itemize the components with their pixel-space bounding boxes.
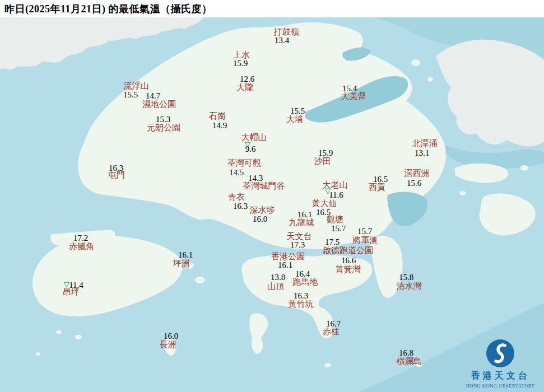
station-temp: 15.5: [123, 91, 138, 99]
hko-logo-name-en: HONG KONG OBSERVATORY: [466, 383, 535, 389]
hko-logo-name-zh: 香港天文台: [471, 370, 530, 382]
station-temp: 13.8: [271, 273, 285, 282]
station-name: 香港公園: [271, 253, 305, 261]
station-name: 上水: [233, 51, 250, 59]
station-name: 北潭涌: [412, 139, 438, 148]
station-temp: 11.4: [69, 281, 83, 290]
station-temp: 15.9: [318, 149, 333, 157]
title-bar: 昨日(2025年11月21日) 的最低氣溫（攝氏度）: [0, 0, 544, 17]
station-temp: 16.3: [109, 164, 123, 172]
station-temp: 14.3: [248, 174, 263, 183]
stations-layer: 打鼓嶺13.4上水15.9大隴12.6流浮山15.5濕地公園14.7大美督15.…: [0, 0, 544, 392]
station-name: 山頂: [267, 282, 284, 291]
hko-logo: 香港天文台 HONG KONG OBSERVATORY: [466, 339, 535, 389]
station-temp: 11.6: [329, 191, 343, 199]
station-temp: 15.6: [407, 179, 421, 188]
station-name: 清水灣: [397, 282, 422, 291]
station-temp: 16.4: [295, 270, 310, 278]
station-name: 荃灣可觀: [227, 159, 261, 167]
station-name: 流浮山: [124, 82, 149, 90]
station-temp: 17.5: [325, 238, 340, 246]
station-name: 坪洲: [173, 259, 190, 268]
station-name: 天文台: [287, 232, 312, 241]
station-temp: 16.8: [399, 349, 413, 357]
min-temperature-map-page: 打鼓嶺13.4上水15.9大隴12.6流浮山15.5濕地公園14.7大美督15.…: [0, 0, 544, 392]
station-name: 濕地公園: [142, 100, 176, 109]
station-name: 橫瀾島: [397, 357, 422, 366]
station-name: 石崗: [209, 112, 226, 120]
station-name: 赤柱: [323, 328, 340, 336]
station-temp: 14.9: [212, 122, 227, 130]
station-name: 長洲: [160, 340, 176, 349]
station-temp: 12.6: [240, 75, 254, 83]
station-name: 荃灣城門谷: [243, 182, 285, 190]
station-name: 打鼓嶺: [274, 28, 299, 36]
station-name: 黃竹坑: [289, 300, 314, 309]
station-temp: 16.0: [253, 215, 267, 223]
station-name: 大帽山: [241, 133, 267, 142]
station-name: 將軍澳: [353, 236, 378, 245]
station-temp: 15.7: [331, 225, 346, 233]
station-name: 九龍城: [289, 218, 314, 227]
station-name: 大老山: [323, 181, 348, 189]
station-name: 西貢: [369, 183, 385, 192]
station-name: 觀塘: [327, 216, 343, 224]
station-name: 啟德跑道公園: [323, 246, 373, 255]
station-temp: 16.0: [164, 332, 178, 340]
station-temp: 16.1: [178, 251, 193, 259]
station-name: 跑馬地: [293, 278, 318, 286]
station-temp: 15.4: [342, 85, 357, 93]
station-temp: 17.2: [73, 234, 88, 242]
station-temp: 9.6: [245, 145, 256, 153]
station-temp: 17.3: [290, 241, 305, 249]
station-temp: 13.1: [415, 149, 429, 157]
station-temp: 16.3: [294, 292, 308, 300]
station-temp: 13.4: [275, 36, 289, 45]
station-temp: 15.5: [290, 107, 305, 115]
station-name: 屯門: [108, 171, 125, 180]
station-temp: 14.5: [229, 169, 244, 177]
station-name: 青衣: [228, 193, 245, 202]
station-temp: 15.3: [156, 115, 170, 124]
station-name: 元朗公園: [147, 124, 180, 132]
station-name: 黃大仙: [312, 199, 337, 208]
station-temp: 16.7: [326, 320, 341, 328]
station-temp: 15.7: [357, 227, 372, 236]
station-temp: 16.3: [233, 202, 248, 211]
station-name: 赤鱲角: [69, 242, 95, 251]
station-name: 大隴: [236, 83, 253, 92]
station-temp: 16.5: [373, 175, 388, 184]
station-temp: 15.8: [399, 273, 413, 282]
station-name: 大美督: [341, 92, 366, 101]
station-temp: 15.9: [233, 59, 248, 68]
station-name: 大埔: [286, 115, 303, 124]
station-name: 沙田: [314, 157, 331, 166]
hko-logo-icon: [486, 339, 515, 368]
station-temp: 16.6: [341, 256, 356, 265]
station-name: 筲箕灣: [336, 265, 361, 274]
page-title: 昨日(2025年11月21日) 的最低氣溫（攝氏度）: [4, 2, 212, 16]
station-name: 深水埗: [250, 206, 275, 214]
station-temp: 14.7: [146, 92, 160, 100]
station-name: 滘西洲: [404, 169, 430, 178]
station-temp: 16.1: [297, 211, 312, 219]
station-temp: 16.1: [278, 261, 292, 269]
